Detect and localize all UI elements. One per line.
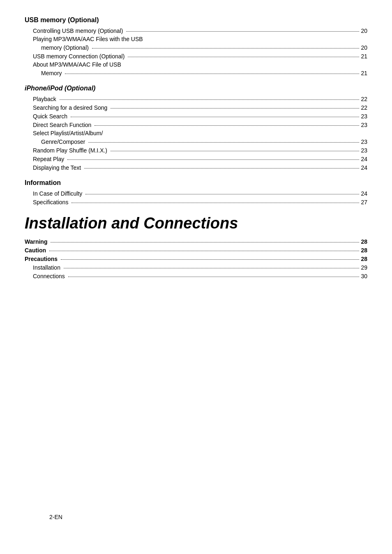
page-number: 2 — [49, 514, 53, 520]
toc-label: memory (Optional) — [41, 44, 90, 51]
toc-label: Displaying the Text — [33, 164, 83, 171]
toc-page: 23 — [361, 138, 367, 145]
toc-dots — [88, 137, 359, 143]
toc-label: Installation — [33, 264, 62, 271]
section-heading-information: Information — [25, 179, 367, 187]
section-heading-usb: USB memory (Optional) — [25, 16, 367, 24]
toc-dots — [92, 43, 360, 48]
toc-label: USB memory Connection (Optional) — [33, 53, 126, 60]
toc-entry-connections: Connections 30 — [25, 272, 367, 280]
toc-page: 22 — [361, 104, 367, 111]
toc-entry-playback: Playback 22 — [25, 95, 367, 103]
toc-entry-select-playlist-label: Select Playlist/Artist/Album/ — [25, 129, 367, 137]
toc-page: 21 — [361, 70, 367, 76]
toc-entry-warning: Warning 28 — [25, 237, 367, 246]
toc-dots — [60, 94, 360, 100]
toc-dots — [49, 245, 359, 251]
toc-label: Searching for a desired Song — [33, 104, 109, 111]
toc-page: 24 — [361, 156, 367, 162]
toc-dots — [128, 51, 359, 57]
toc-label: About MP3/WMA/AAC File of USB — [33, 61, 121, 68]
toc-entry-installation: Installation 29 — [25, 263, 367, 272]
toc-label: Precautions — [25, 256, 59, 262]
section-usb-memory: USB memory (Optional) Controlling USB me… — [25, 16, 367, 77]
toc-page: 24 — [361, 164, 367, 171]
toc-entry-genre-composer: Genre/Composer 23 — [25, 137, 367, 146]
toc-dots — [51, 237, 359, 242]
toc-label: Quick Search — [33, 113, 69, 120]
section-information: Information In Case of Difficulty 24 Spe… — [25, 179, 367, 206]
toc-label: Memory — [41, 70, 63, 76]
toc-dots — [64, 263, 360, 268]
toc-page: 23 — [361, 113, 367, 120]
toc-page: 28 — [361, 256, 367, 262]
toc-dots — [126, 26, 359, 32]
toc-dots — [65, 68, 359, 74]
toc-entry-caution: Caution 28 — [25, 246, 367, 254]
toc-dots — [61, 254, 359, 260]
toc-label: Specifications — [33, 199, 70, 205]
toc-entry-usb-connection: USB memory Connection (Optional) 21 — [25, 52, 367, 60]
toc-dots — [95, 120, 359, 126]
toc-label: Repeat Play — [33, 156, 66, 162]
toc-entry-controlling-usb: Controlling USB memory (Optional) 20 — [25, 26, 367, 35]
toc-entry-specifications: Specifications 27 — [25, 198, 367, 206]
toc-entry-random-play: Random Play Shuffle (M.I.X.) 23 — [25, 146, 367, 155]
toc-label: Warning — [25, 238, 49, 245]
toc-label: Playing MP3/WMA/AAC Files with the USB — [33, 36, 143, 42]
toc-entry-direct-search: Direct Search Function 23 — [25, 120, 367, 129]
section-iphone-ipod: iPhone/iPod (Optional) Playback 22 Searc… — [25, 85, 367, 172]
toc-page: 22 — [361, 96, 367, 102]
toc-label: Genre/Composer — [41, 138, 87, 145]
toc-dots — [68, 271, 360, 277]
toc-entry-repeat-play: Repeat Play 24 — [25, 155, 367, 163]
toc-page: 29 — [361, 264, 367, 271]
toc-dots — [85, 189, 359, 194]
toc-entry-in-case: In Case of Difficulty 24 — [25, 189, 367, 198]
toc-label: Controlling USB memory (Optional) — [33, 28, 125, 34]
toc-entry-playing-mp3-label: Playing MP3/WMA/AAC Files with the USB — [25, 35, 367, 43]
toc-entry-precautions: Precautions 28 — [25, 254, 367, 263]
toc-dots — [67, 154, 359, 160]
toc-entry-displaying-text: Displaying the Text 24 — [25, 163, 367, 172]
toc-page: 21 — [361, 53, 367, 60]
toc-label: In Case of Difficulty — [33, 190, 84, 197]
toc-page: 20 — [361, 28, 367, 34]
toc-entry-searching: Searching for a desired Song 22 — [25, 103, 367, 112]
toc-dots — [71, 197, 359, 203]
toc-page: 27 — [361, 199, 367, 205]
toc-page: 24 — [361, 190, 367, 197]
toc-page: 23 — [361, 147, 367, 154]
toc-page: 28 — [361, 238, 367, 245]
toc-label: Caution — [25, 247, 48, 254]
toc-dots — [84, 163, 359, 169]
toc-page: 23 — [361, 122, 367, 128]
toc-container: USB memory (Optional) Controlling USB me… — [25, 16, 367, 538]
toc-label: Select Playlist/Artist/Album/ — [33, 130, 103, 136]
section-installation: Installation and Connections Warning 28 … — [25, 215, 367, 280]
section-heading-installation: Installation and Connections — [25, 215, 367, 232]
toc-entry-about-mp3-page: Memory 21 — [25, 69, 367, 77]
toc-page: 20 — [361, 44, 367, 51]
toc-dots — [111, 103, 359, 108]
toc-dots — [71, 111, 359, 117]
toc-label: Connections — [33, 273, 67, 279]
toc-entry-about-mp3-label: About MP3/WMA/AAC File of USB — [25, 60, 367, 69]
page-suffix: -EN — [53, 514, 62, 520]
toc-label: Direct Search Function — [33, 122, 93, 128]
toc-dots — [111, 145, 359, 151]
toc-label: Playback — [33, 96, 58, 102]
toc-entry-playing-mp3-page: memory (Optional) 20 — [25, 43, 367, 52]
toc-page: 28 — [361, 247, 367, 254]
toc-entry-quick-search: Quick Search 23 — [25, 112, 367, 120]
page-footer: 2-EN — [49, 512, 62, 521]
toc-label: Random Play Shuffle (M.I.X.) — [33, 147, 109, 154]
section-heading-iphone: iPhone/iPod (Optional) — [25, 85, 367, 92]
toc-page: 30 — [361, 273, 367, 279]
